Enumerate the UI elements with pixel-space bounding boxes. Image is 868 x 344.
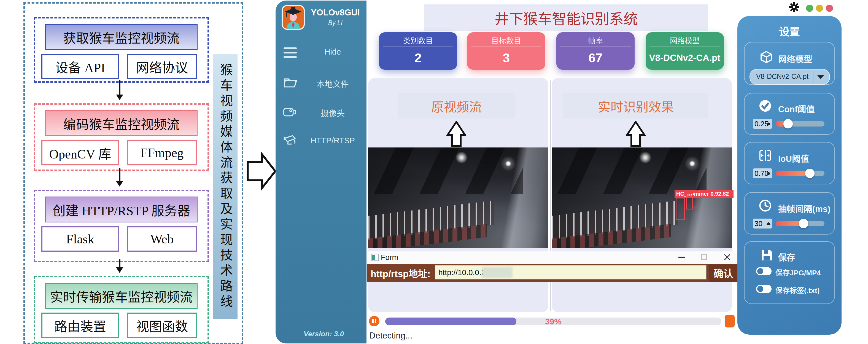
close-icon[interactable] bbox=[723, 254, 731, 261]
detection-bbox bbox=[676, 198, 685, 220]
settings-group-model: 网络模型 V8-DCNv2-CA.pt bbox=[744, 42, 835, 85]
dialog-title: Form bbox=[381, 253, 398, 262]
stat-value: V8-DCNv2-CA.pt bbox=[646, 53, 724, 63]
stat-value: 3 bbox=[467, 51, 545, 65]
dialog-app-icon bbox=[371, 254, 379, 261]
flowchart-item: OpenCV 库 bbox=[41, 140, 119, 165]
menu-icon[interactable] bbox=[283, 46, 297, 60]
sidebar-item-local-file[interactable]: 本地文件 bbox=[303, 78, 362, 89]
window-dot-green[interactable] bbox=[806, 5, 813, 12]
settings-group-save: 保存 保存JPG/MP4 保存标签(.txt) bbox=[744, 241, 835, 304]
save-media-toggle[interactable] bbox=[756, 267, 772, 275]
stat-label: 类别数目 bbox=[379, 35, 457, 46]
sidebar-item-webcam[interactable]: 摄像头 bbox=[303, 107, 362, 119]
app-title: YOLOv8GUI bbox=[306, 8, 364, 18]
interval-slider-thumb[interactable] bbox=[799, 219, 808, 228]
save-label: 保存 bbox=[778, 251, 795, 263]
flowchart-group-acquire: 获取猴车监控视频流 设备 API 网络协议 bbox=[34, 17, 209, 83]
save-icon bbox=[761, 249, 773, 261]
interval-label: 抽帧间隔(ms) bbox=[778, 202, 830, 214]
iou-slider-thumb[interactable] bbox=[805, 169, 814, 178]
save-labels-toggle[interactable] bbox=[756, 285, 772, 293]
stop-button[interactable] bbox=[725, 315, 735, 327]
pause-button[interactable] bbox=[369, 316, 379, 326]
flowchart-arrow-down bbox=[119, 80, 120, 99]
conf-spinbox[interactable]: 0.25 bbox=[753, 119, 772, 129]
sidebar-item-hide[interactable]: Hide bbox=[303, 48, 362, 57]
spin-down-icon[interactable] bbox=[767, 173, 771, 177]
save-labels-label: 保存标签(.txt) bbox=[775, 285, 819, 295]
settings-title: 设置 bbox=[737, 23, 841, 38]
settings-group-iou: IoU阈值 0.70 bbox=[744, 142, 835, 184]
source-video-frame bbox=[368, 148, 548, 248]
maximize-icon[interactable] bbox=[701, 254, 707, 260]
flowchart-group-title: 实时传输猴车监控视频流 bbox=[45, 283, 197, 309]
spin-down-icon[interactable] bbox=[767, 223, 771, 227]
settings-group-conf: Conf阈值 0.25 bbox=[744, 93, 835, 135]
camera-icon[interactable] bbox=[283, 105, 297, 119]
dropdown-separator bbox=[813, 71, 813, 83]
iou-spinbox[interactable]: 0.70 bbox=[753, 168, 772, 178]
minimize-icon[interactable] bbox=[678, 256, 686, 258]
status-text: Detecting... bbox=[369, 331, 412, 341]
version-label: Version: 3.0 bbox=[289, 330, 358, 338]
check-circle-icon bbox=[759, 99, 772, 112]
spin-down-icon[interactable] bbox=[767, 123, 771, 127]
right-arrow-icon bbox=[246, 152, 277, 191]
cube-icon bbox=[760, 51, 773, 63]
cctv-icon[interactable] bbox=[283, 134, 297, 148]
iou-slider[interactable] bbox=[776, 170, 825, 176]
window-dot-yellow[interactable] bbox=[816, 5, 823, 12]
stat-label: 目标数目 bbox=[467, 35, 545, 46]
result-video-frame bbox=[552, 148, 732, 248]
flowchart-item: Web bbox=[127, 226, 197, 252]
sidebar-item-http-rtsp[interactable]: HTTP/RTSP bbox=[303, 136, 362, 145]
chevron-down-icon[interactable] bbox=[817, 75, 824, 83]
detection-bbox bbox=[686, 193, 693, 210]
interval-slider[interactable] bbox=[776, 221, 825, 226]
window-dot-red[interactable] bbox=[826, 5, 833, 12]
flowchart-group-title: 编码猴车监控视频流 bbox=[45, 110, 197, 136]
detection-label: HC_nominer 0.92.82 bbox=[675, 190, 734, 198]
clock-icon bbox=[759, 199, 772, 212]
flowchart-side-label: 猴车视频媒体流获取及实现技术路线 bbox=[213, 54, 238, 319]
source-video-caption: 原视频流 bbox=[398, 93, 515, 119]
stat-divider bbox=[383, 46, 453, 47]
stat-value: 2 bbox=[379, 51, 457, 65]
flowchart-group-title: 创建 HTTP/RSTP 服务器 bbox=[45, 196, 197, 222]
stat-divider bbox=[560, 46, 631, 47]
screenshot: 猴车视频媒体流获取及实现技术路线 获取猴车监控视频流 设备 API 网络协议 编… bbox=[0, 0, 868, 344]
stat-card-fps: 帧率 67 bbox=[556, 32, 634, 70]
toggle-knob bbox=[757, 268, 763, 274]
model-dropdown[interactable]: V8-DCNv2-CA.pt bbox=[749, 69, 830, 85]
conf-slider-thumb[interactable] bbox=[783, 119, 793, 128]
flowchart-group-server: 创建 HTTP/RSTP 服务器 Flask Web bbox=[34, 190, 209, 262]
flowchart-item: FFmpeg bbox=[127, 140, 197, 165]
gear-icon[interactable] bbox=[788, 2, 800, 13]
interval-spinbox[interactable]: 30 bbox=[753, 219, 772, 228]
url-field-label: http/rtsp地址: bbox=[371, 266, 430, 280]
save-media-label: 保存JPG/MP4 bbox=[775, 267, 821, 277]
url-input[interactable]: http://10.0.0.29 bbox=[435, 265, 707, 280]
stat-label: 网络模型 bbox=[646, 35, 724, 46]
confirm-button[interactable]: 确认 bbox=[709, 264, 738, 282]
progress-percent: 39% bbox=[385, 317, 721, 326]
avatar bbox=[282, 5, 305, 30]
folder-icon[interactable] bbox=[283, 75, 297, 89]
result-video-caption: 实时识别效果 bbox=[563, 93, 709, 119]
stat-card-model: 网络模型 V8-DCNv2-CA.pt bbox=[646, 32, 724, 70]
page-title: 井下猴车智能识别系统 bbox=[424, 4, 708, 31]
flowchart-arrow-down bbox=[119, 259, 120, 272]
flowchart-group-stream: 实时传输猴车监控视频流 路由装置 视图函数 bbox=[34, 276, 209, 343]
iou-label: IoU阈值 bbox=[778, 152, 809, 164]
interval-value: 30 bbox=[754, 219, 763, 228]
stat-divider bbox=[650, 46, 720, 47]
conf-slider[interactable] bbox=[776, 121, 825, 127]
flowchart-item: Flask bbox=[41, 226, 119, 252]
stat-divider bbox=[471, 46, 541, 47]
tunnel-ceiling bbox=[552, 148, 707, 194]
flowchart-group-title: 获取猴车监控视频流 bbox=[45, 24, 197, 50]
up-arrow-icon bbox=[446, 121, 466, 147]
flowchart-item: 路由装置 bbox=[41, 313, 119, 338]
stat-card-targets: 目标数目 3 bbox=[467, 32, 545, 70]
